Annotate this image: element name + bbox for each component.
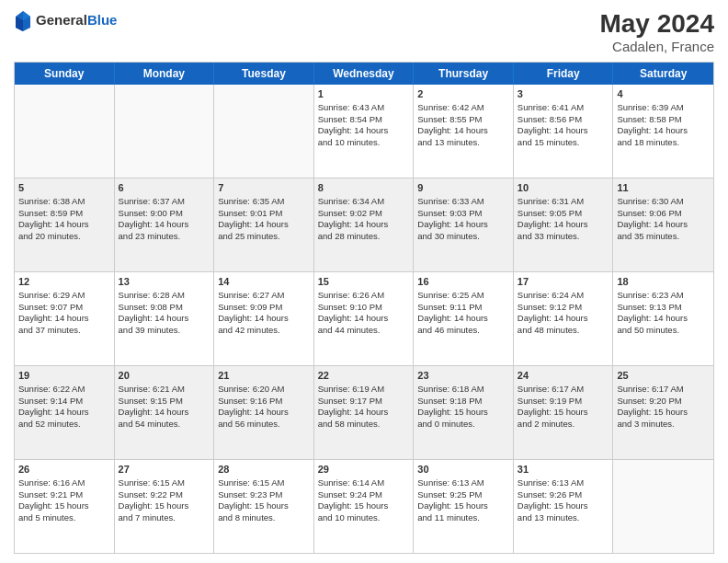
cell-line: Daylight: 15 hours [18,500,110,512]
cell-line: Sunrise: 6:41 AM [518,102,609,114]
cell-line: Sunset: 9:03 PM [417,208,509,220]
cell-line: Sunset: 9:23 PM [218,489,310,501]
cell-line: Daylight: 14 hours [318,219,410,231]
day-number: 26 [18,463,110,477]
cal-row-1: 1Sunrise: 6:43 AMSunset: 8:54 PMDaylight… [15,85,713,178]
cell-line: Sunrise: 6:37 AM [119,196,210,208]
day-number: 13 [119,275,210,289]
cell-line: Daylight: 14 hours [218,313,310,325]
day-header-tuesday: Tuesday [214,63,314,85]
cell-line: Sunset: 8:59 PM [18,208,110,220]
cell-line: and 37 minutes. [18,325,110,337]
day-number: 29 [318,463,410,477]
cell-line: Sunset: 9:15 PM [119,396,210,408]
day-number: 3 [518,87,609,101]
cell-line: Sunrise: 6:14 AM [318,477,410,489]
cell-line: and 23 minutes. [119,231,210,243]
cell-line: Sunset: 9:02 PM [318,208,410,220]
cal-cell-day-18: 18Sunrise: 6:23 AMSunset: 9:13 PMDayligh… [613,272,713,365]
cell-line: Sunrise: 6:24 AM [518,290,609,302]
cell-line: Daylight: 14 hours [18,407,110,419]
cal-cell-day-28: 28Sunrise: 6:15 AMSunset: 9:23 PMDayligh… [214,460,314,553]
cell-line: Sunrise: 6:31 AM [518,196,609,208]
cal-cell-day-30: 30Sunrise: 6:13 AMSunset: 9:25 PMDayligh… [414,460,514,553]
cell-line: Daylight: 14 hours [218,407,310,419]
cell-line: and 52 minutes. [18,419,110,431]
cell-line: Sunrise: 6:39 AM [617,102,710,114]
cell-line: Sunrise: 6:38 AM [18,196,110,208]
day-number: 10 [518,181,609,195]
cell-line: Sunset: 9:20 PM [617,396,710,408]
cell-line: Sunset: 9:24 PM [318,489,410,501]
day-number: 16 [417,275,509,289]
cal-cell-day-4: 4Sunrise: 6:39 AMSunset: 8:58 PMDaylight… [613,85,713,178]
page: GeneralBlue May 2024 Cadalen, France Sun… [0,0,728,563]
cell-line: Daylight: 14 hours [119,219,210,231]
day-number: 28 [218,463,310,477]
cell-line: Daylight: 14 hours [617,313,710,325]
day-header-wednesday: Wednesday [314,63,415,85]
cell-line: and 15 minutes. [518,137,609,149]
cell-line: Sunrise: 6:18 AM [417,384,509,396]
cell-line: Sunrise: 6:26 AM [318,290,410,302]
cell-line: Sunset: 9:06 PM [617,208,710,220]
cal-cell-empty [115,85,215,178]
cal-cell-day-22: 22Sunrise: 6:19 AMSunset: 9:17 PMDayligh… [314,366,415,459]
day-number: 8 [318,181,410,195]
cal-cell-day-12: 12Sunrise: 6:29 AMSunset: 9:07 PMDayligh… [15,272,115,365]
cell-line: and 39 minutes. [119,325,210,337]
day-number: 24 [518,369,609,383]
cell-line: Daylight: 14 hours [518,125,609,137]
cell-line: Sunset: 9:13 PM [617,302,710,314]
cell-line: Daylight: 14 hours [318,407,410,419]
cal-cell-day-16: 16Sunrise: 6:25 AMSunset: 9:11 PMDayligh… [414,272,514,365]
cell-line: Daylight: 14 hours [18,313,110,325]
day-number: 31 [518,463,609,477]
calendar: SundayMondayTuesdayWednesdayThursdayFrid… [14,62,714,554]
cell-line: and 54 minutes. [119,419,210,431]
cal-cell-day-21: 21Sunrise: 6:20 AMSunset: 9:16 PMDayligh… [214,366,314,459]
cell-line: and 48 minutes. [518,325,609,337]
cell-line: Sunrise: 6:15 AM [119,477,210,489]
day-number: 18 [617,275,710,289]
cell-line: and 10 minutes. [318,512,410,524]
cell-line: Daylight: 14 hours [617,219,710,231]
day-number: 6 [119,181,210,195]
logo: GeneralBlue [14,9,117,31]
cell-line: Daylight: 14 hours [417,125,509,137]
cal-cell-day-31: 31Sunrise: 6:13 AMSunset: 9:26 PMDayligh… [514,460,614,553]
day-number: 20 [119,369,210,383]
cell-line: and 13 minutes. [518,512,609,524]
title-block: May 2024 Cadalen, France [599,9,714,54]
cell-line: and 10 minutes. [318,137,410,149]
cell-line: Daylight: 15 hours [617,407,710,419]
day-number: 25 [617,369,710,383]
cal-cell-day-20: 20Sunrise: 6:21 AMSunset: 9:15 PMDayligh… [115,366,215,459]
day-number: 21 [218,369,310,383]
cal-cell-day-5: 5Sunrise: 6:38 AMSunset: 8:59 PMDaylight… [15,178,115,271]
cell-line: Sunrise: 6:21 AM [119,384,210,396]
cell-line: Sunrise: 6:22 AM [18,384,110,396]
cell-line: Sunrise: 6:15 AM [218,477,310,489]
cell-line: and 8 minutes. [218,512,310,524]
cell-line: and 25 minutes. [218,231,310,243]
cell-line: Sunset: 8:58 PM [617,114,710,126]
day-number: 4 [617,87,710,101]
cell-line: and 33 minutes. [518,231,609,243]
cell-line: Sunrise: 6:27 AM [218,290,310,302]
cal-row-3: 12Sunrise: 6:29 AMSunset: 9:07 PMDayligh… [15,272,713,366]
cell-line: Sunrise: 6:25 AM [417,290,509,302]
cell-line: Sunrise: 6:42 AM [417,102,509,114]
cell-line: Sunset: 9:05 PM [518,208,609,220]
day-headers: SundayMondayTuesdayWednesdayThursdayFrid… [15,63,713,85]
cell-line: and 13 minutes. [417,137,509,149]
cell-line: Sunrise: 6:29 AM [18,290,110,302]
cal-row-4: 19Sunrise: 6:22 AMSunset: 9:14 PMDayligh… [15,366,713,460]
cell-line: Sunset: 9:00 PM [119,208,210,220]
cell-line: Sunset: 8:54 PM [318,114,410,126]
logo-text: GeneralBlue [36,13,117,29]
logo-icon [14,9,32,31]
cell-line: and 46 minutes. [417,325,509,337]
cal-cell-day-26: 26Sunrise: 6:16 AMSunset: 9:21 PMDayligh… [15,460,115,553]
cell-line: Sunrise: 6:17 AM [518,384,609,396]
